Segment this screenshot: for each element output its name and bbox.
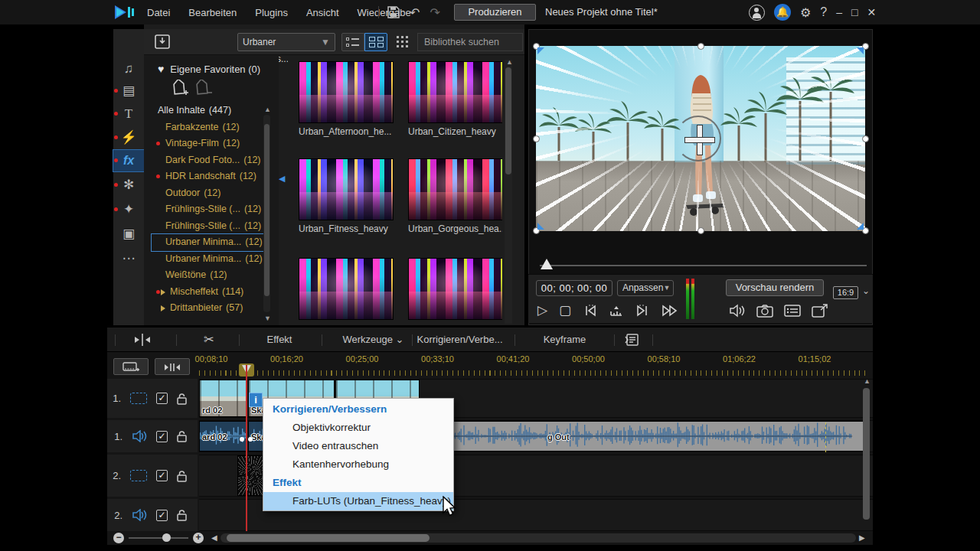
volume-icon[interactable] (729, 304, 746, 318)
track-enable-checkbox[interactable]: ✓ (156, 470, 168, 481)
corner-handle[interactable] (857, 47, 864, 54)
video-overlay-room-icon[interactable]: ▤ (113, 80, 144, 102)
grid-view-button[interactable] (364, 33, 387, 51)
menu-item[interactable]: Datei (147, 7, 170, 18)
scroll-right-icon[interactable]: ▶ (859, 533, 865, 543)
lock-open-icon[interactable] (177, 509, 187, 521)
effect-thumbnail[interactable]: Urban_Fitness_heavy (299, 158, 394, 234)
previous-frame-button[interactable] (583, 305, 598, 317)
zoom-in-button[interactable]: + (193, 533, 204, 543)
effect-thumbnail[interactable]: Urban_Afternoon_he... (299, 61, 394, 137)
lock-open-icon[interactable] (177, 470, 187, 482)
style-filter-dropdown[interactable]: Urbaner Minimalis...▼ (237, 33, 335, 51)
scrollbar-thumb[interactable] (227, 534, 430, 542)
fast-forward-button[interactable] (662, 305, 678, 317)
timeline-ruler[interactable]: 00;08;1000;16;2000;25;0000;33;1000;41;20… (199, 352, 873, 377)
import-media-icon[interactable] (155, 34, 170, 49)
stop-button[interactable]: ▢ (559, 301, 571, 321)
search-input[interactable]: Bibliothek suchen (417, 33, 523, 51)
timeline-vertical-scrollbar[interactable]: ▲ ▼ (862, 380, 871, 551)
library-scrollbar[interactable]: ▲ (505, 60, 512, 324)
produce-button[interactable]: Produzieren (454, 4, 536, 21)
overlay-room-icon[interactable]: ✻ (113, 174, 144, 196)
category-item[interactable]: Drittanbieter(57) (152, 300, 266, 317)
effect-thumbnail[interactable]: Urban_Citizen_heavy (408, 61, 502, 137)
context-menu-item-highlighted[interactable]: Farb-LUTs (Urban_Fitness_heavy) (263, 492, 453, 510)
split-clip-icon[interactable] (133, 334, 152, 346)
scroll-down-icon[interactable]: ▼ (264, 315, 271, 322)
lock-open-icon[interactable] (177, 430, 187, 442)
category-item[interactable]: Vintage-Film(12) (152, 135, 266, 152)
resize-handle[interactable] (697, 227, 704, 234)
redo-icon[interactable]: ↷ (430, 5, 439, 20)
transition-room-icon[interactable]: ⚡ (113, 127, 144, 148)
volume-keyframe-dot[interactable] (240, 437, 244, 442)
effect-toolbar-button[interactable]: Effekt (249, 328, 310, 352)
chevron-down-icon[interactable]: ⌄ (862, 285, 870, 296)
tools-dropdown-button[interactable]: Werkzeuge ⌄ (341, 328, 406, 352)
scroll-up-icon[interactable]: ▲ (864, 377, 871, 385)
volume-keyframe-dot[interactable] (248, 437, 253, 442)
media-room-icon[interactable]: ♫ (113, 58, 144, 80)
category-item[interactable]: Urbaner Minima...(12) (152, 234, 266, 251)
particle-room-icon[interactable]: ✦ (113, 199, 144, 220)
next-frame-button[interactable] (635, 305, 650, 317)
context-menu-item[interactable]: Objektivkorrektur (263, 419, 453, 437)
scroll-up-icon[interactable]: ▲ (506, 58, 513, 66)
resize-handle[interactable] (697, 43, 704, 50)
category-scrollbar[interactable]: ▲ ▼ (263, 115, 270, 312)
add-track-button[interactable] (113, 358, 149, 375)
category-item[interactable]: Mischeffekt(114) (152, 284, 266, 301)
context-menu-item[interactable]: Video entrauschen (263, 437, 453, 455)
account-icon[interactable] (749, 5, 765, 21)
favorites-item[interactable]: ♥Eigene Favoriten (0) (158, 63, 260, 75)
fix-enhance-button[interactable]: Korrigieren/Verbe... (412, 328, 508, 352)
playhead-line[interactable] (246, 365, 247, 531)
effect-room-icon[interactable]: fx (113, 150, 144, 171)
close-button[interactable]: ✕ (867, 6, 877, 18)
render-preview-button[interactable]: Vorschau rendern (726, 279, 824, 296)
popout-window-icon[interactable] (812, 304, 828, 318)
save-icon[interactable] (387, 6, 400, 18)
resize-handle[interactable] (862, 135, 869, 142)
notification-bell-icon[interactable]: 🔔 (774, 4, 791, 21)
seek-thumb[interactable] (541, 259, 553, 269)
list-view-button[interactable] (341, 33, 364, 51)
track-enable-checkbox[interactable]: ✓ (156, 431, 168, 442)
timeline-clip-video[interactable]: rd 02 (199, 380, 247, 417)
menu-item[interactable]: Bearbeiten (188, 7, 237, 18)
zoom-slider-thumb[interactable] (162, 533, 171, 542)
category-item[interactable]: Outdoor(12) (152, 185, 266, 202)
resize-handle[interactable] (533, 135, 540, 142)
snap-magnet-button[interactable] (155, 358, 190, 375)
play-button[interactable]: ▷ (537, 301, 547, 321)
timecode-display[interactable]: 00; 00; 00; 00 (536, 280, 612, 296)
lock-open-icon[interactable] (177, 393, 187, 405)
trim-scissors-icon[interactable]: ✂ (198, 328, 220, 352)
subtitle-room-icon[interactable]: ▣ (113, 223, 144, 245)
settings-gear-icon[interactable]: ⚙ (800, 5, 811, 20)
track-enable-checkbox[interactable]: ✓ (156, 510, 168, 521)
seek-bar[interactable] (540, 265, 867, 266)
remove-tag-icon[interactable] (193, 80, 213, 98)
title-room-icon[interactable]: T (113, 103, 144, 125)
scroll-left-icon[interactable]: ◀ (211, 533, 217, 543)
aspect-ratio-badge[interactable]: 16:9 (833, 286, 858, 299)
category-item[interactable]: Alle Inhalte(447) (152, 103, 266, 119)
corner-handle[interactable] (537, 223, 544, 230)
context-menu-item[interactable]: Kantenhervorhebung (263, 455, 453, 474)
effect-thumbnail[interactable] (299, 258, 394, 320)
timeline-clip-audio[interactable]: ard 02 (199, 421, 247, 452)
maximize-button[interactable]: □ (851, 6, 858, 18)
help-icon[interactable]: ? (820, 5, 827, 19)
move-rotate-gizmo[interactable] (686, 126, 714, 154)
category-item[interactable]: Farbakzente(12) (152, 119, 266, 136)
zoom-slider[interactable] (129, 537, 188, 539)
zoom-out-button[interactable]: − (113, 533, 124, 543)
content-filter-grid-icon[interactable] (397, 36, 410, 48)
minimize-button[interactable]: – (836, 6, 842, 18)
scroll-up-icon[interactable]: ▲ (264, 106, 271, 113)
step-record-button[interactable] (609, 305, 623, 317)
category-item[interactable]: Urbaner Minima...(12) (152, 251, 266, 268)
menu-item[interactable]: Plugins (255, 7, 288, 18)
